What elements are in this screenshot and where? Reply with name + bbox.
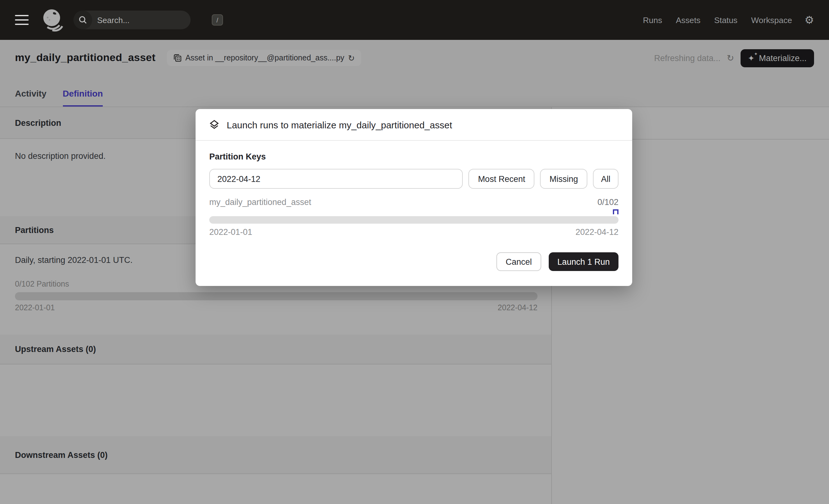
partition-keys-input[interactable] — [209, 169, 463, 189]
partition-keys-label: Partition Keys — [209, 152, 618, 161]
nav-link-workspace[interactable]: Workspace — [751, 15, 792, 25]
search-shortcut-key: / — [212, 14, 223, 26]
search-input[interactable] — [92, 15, 212, 25]
launch-run-button[interactable]: Launch 1 Run — [549, 252, 618, 271]
top-nav: / Runs Assets Status Workspace ⚙ — [0, 0, 829, 40]
global-search[interactable]: / — [73, 10, 190, 29]
dialog-title: Launch runs to materialize my_daily_part… — [227, 119, 452, 130]
modal-asset-name: my_daily_partitioned_asset — [209, 197, 311, 207]
missing-button[interactable]: Missing — [540, 169, 587, 189]
nav-link-assets[interactable]: Assets — [676, 15, 700, 25]
hamburger-menu-icon[interactable] — [15, 15, 29, 25]
modal-partition-count: 0/102 — [597, 197, 618, 207]
all-button[interactable]: All — [593, 169, 618, 189]
nav-links: Runs Assets Status Workspace — [643, 15, 792, 25]
nav-link-status[interactable]: Status — [714, 15, 737, 25]
dialog-header: Launch runs to materialize my_daily_part… — [195, 109, 632, 141]
modal-partition-bar[interactable] — [209, 216, 618, 224]
app-window: / Runs Assets Status Workspace ⚙ my_dail… — [0, 0, 829, 504]
modal-range-start: 2022-01-01 — [209, 227, 252, 237]
modal-range-end: 2022-04-12 — [576, 227, 618, 237]
dagster-logo-icon[interactable] — [40, 7, 65, 32]
search-icon — [73, 10, 92, 29]
cancel-button[interactable]: Cancel — [496, 252, 541, 271]
settings-gear-icon[interactable]: ⚙ — [805, 15, 814, 25]
launch-runs-dialog: Launch runs to materialize my_daily_part… — [195, 109, 632, 286]
nav-link-runs[interactable]: Runs — [643, 15, 662, 25]
most-recent-button[interactable]: Most Recent — [469, 169, 535, 189]
selected-partition-marker — [613, 209, 618, 214]
materialize-layers-icon — [209, 120, 219, 130]
